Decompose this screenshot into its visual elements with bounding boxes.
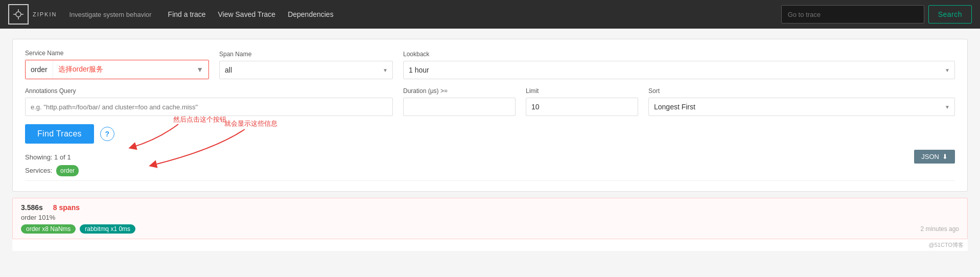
duration-label: Duration (μs) >=	[403, 87, 516, 95]
services-label: Services:	[25, 167, 52, 174]
service-name-group: Service Name order 选择order服务 ▼	[25, 50, 209, 79]
sort-label: Sort	[648, 87, 955, 95]
nav-tagline: Investigate system behavior	[69, 11, 151, 18]
search-panel: Service Name order 选择order服务 ▼ Span Name…	[12, 39, 968, 192]
service-badge: order	[56, 165, 79, 176]
tag-rabbitmq: rabbitmq x1 0ms	[80, 224, 135, 234]
json-download-button[interactable]: JSON ⬇	[914, 150, 955, 164]
service-name-label: Service Name	[25, 50, 209, 57]
trace-result-header: 3.586s 8 spans	[21, 203, 959, 212]
nav-find-trace[interactable]: Find a trace	[168, 8, 206, 20]
goto-trace-input[interactable]	[781, 5, 924, 24]
tag-list: order x8 NaNms rabbitmq x1 0ms	[21, 224, 135, 234]
lookback-group: Lookback 1 hour 2 hours 6 hours 12 hours…	[403, 51, 955, 79]
sort-group: Sort Longest First Shortest First Newest…	[648, 87, 955, 116]
find-traces-button[interactable]: Find Traces	[25, 124, 94, 144]
limit-input[interactable]	[526, 98, 638, 116]
sort-select-wrapper: Longest First Shortest First Newest Firs…	[648, 98, 955, 116]
services-info: Services: order	[25, 165, 79, 176]
help-button[interactable]: ?	[100, 127, 114, 141]
logo-text: ZIPKIN	[33, 11, 57, 17]
results-info: Showing: 1 of 1 Services: order	[25, 150, 79, 176]
lookback-select[interactable]: 1 hour 2 hours 6 hours 12 hours 1 day 2 …	[403, 61, 955, 79]
service-placeholder: 选择order服务	[53, 60, 191, 79]
service-input-wrapper[interactable]: order 选择order服务 ▼	[25, 60, 209, 79]
logo-icon	[8, 4, 29, 25]
nav-dependencies[interactable]: Dependencies	[288, 8, 334, 20]
action-row: Find Traces ?	[25, 124, 955, 144]
footer-bar: @51CTO博客	[12, 239, 968, 251]
limit-group: Limit	[526, 87, 638, 116]
service-tag: order	[26, 60, 53, 79]
search-button[interactable]: Search	[928, 5, 972, 24]
trace-service-name: order 101%	[21, 214, 959, 221]
form-row-1: Service Name order 选择order服务 ▼ Span Name…	[25, 50, 955, 79]
sort-select[interactable]: Longest First Shortest First Newest Firs…	[648, 98, 955, 116]
trace-tags: order x8 NaNms rabbitmq x1 0ms 2 minutes…	[21, 224, 959, 234]
annotations-group: Annotations Query	[25, 87, 393, 116]
logo: ZIPKIN	[8, 4, 57, 25]
json-label: JSON	[921, 153, 939, 160]
lookback-label: Lookback	[403, 51, 955, 58]
annotations-input[interactable]	[25, 98, 393, 116]
download-icon: ⬇	[942, 153, 948, 160]
annotation-text-1: 然后点击这个按钮	[173, 115, 226, 124]
span-name-group: Span Name all ▼	[219, 51, 393, 79]
navbar: ZIPKIN Investigate system behavior Find …	[0, 0, 980, 29]
limit-label: Limit	[526, 87, 638, 95]
duration-input[interactable]	[403, 98, 516, 116]
results-header: Showing: 1 of 1 Services: order 就会显示这些信息…	[25, 150, 955, 181]
svg-point-0	[16, 12, 21, 17]
trace-result[interactable]: 3.586s 8 spans order 101% order x8 NaNms…	[12, 198, 968, 239]
lookback-select-wrapper: 1 hour 2 hours 6 hours 12 hours 1 day 2 …	[403, 61, 955, 79]
span-name-label: Span Name	[219, 51, 393, 58]
chevron-down-icon[interactable]: ▼	[191, 60, 208, 79]
showing-text: Showing: 1 of 1	[25, 152, 79, 163]
footer-text: @51CTO博客	[929, 242, 964, 248]
tag-order: order x8 NaNms	[21, 224, 76, 234]
span-select-wrapper: all ▼	[219, 61, 393, 79]
form-row-2: Annotations Query Duration (μs) >= Limit…	[25, 87, 955, 116]
navbar-right: Search	[781, 5, 972, 24]
nav-view-saved[interactable]: View Saved Trace	[218, 8, 276, 20]
trace-time: 2 minutes ago	[921, 225, 959, 233]
nav-links: Find a trace View Saved Trace Dependenci…	[168, 8, 334, 20]
trace-duration: 3.586s	[21, 203, 43, 212]
annotations-label: Annotations Query	[25, 87, 393, 95]
span-name-select[interactable]: all	[219, 61, 393, 79]
trace-spans: 8 spans	[53, 203, 80, 212]
duration-group: Duration (μs) >=	[403, 87, 516, 116]
main-content: Service Name order 选择order服务 ▼ Span Name…	[0, 29, 980, 261]
